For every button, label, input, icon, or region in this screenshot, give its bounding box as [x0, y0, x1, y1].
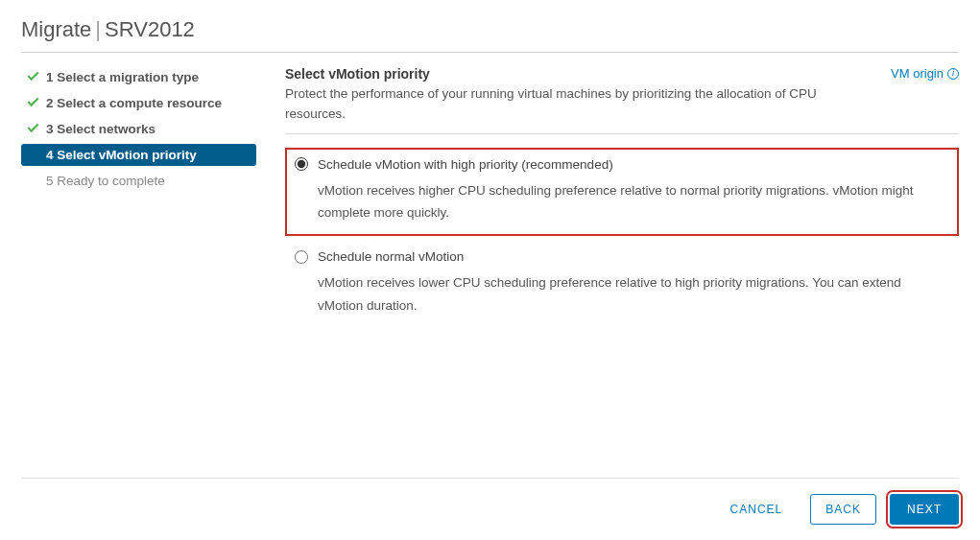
- option-high-priority[interactable]: Schedule vMotion with high priority (rec…: [285, 148, 959, 236]
- vm-origin-link[interactable]: VM origin i: [891, 66, 959, 81]
- step-compute-resource[interactable]: 2 Select a compute resource: [21, 92, 256, 114]
- step-vmotion-priority[interactable]: 4 Select vMotion priority: [21, 144, 256, 166]
- option-description: vMotion receives higher CPU scheduling p…: [318, 179, 949, 224]
- step-label: 2 Select a compute resource: [46, 96, 222, 110]
- step-label: 4 Select vMotion priority: [46, 148, 197, 162]
- next-button[interactable]: NEXT: [890, 494, 959, 525]
- radio-normal-priority[interactable]: [295, 250, 308, 264]
- step-ready-to-complete: 5 Ready to complete: [21, 170, 256, 192]
- option-label: Schedule vMotion with high priority (rec…: [318, 157, 613, 172]
- wizard-target: SRV2012: [105, 17, 195, 41]
- title-divider: |: [91, 17, 105, 41]
- step-label: 5 Ready to complete: [46, 174, 165, 188]
- step-migration-type[interactable]: 1 Select a migration type: [21, 66, 256, 88]
- wizard-sidebar: 1 Select a migration type 2 Select a com…: [21, 66, 256, 478]
- page-title: Select vMotion priority: [285, 66, 862, 82]
- radio-high-priority[interactable]: [295, 157, 308, 171]
- wizard-footer: CANCEL BACK NEXT: [21, 478, 959, 540]
- step-label: 3 Select networks: [46, 122, 155, 136]
- info-icon: i: [947, 68, 959, 80]
- wizard-header: Migrate|SRV2012: [21, 17, 959, 53]
- step-label: 1 Select a migration type: [46, 70, 199, 84]
- option-description: vMotion receives lower CPU scheduling pr…: [318, 271, 949, 317]
- cancel-button[interactable]: CANCEL: [716, 495, 798, 524]
- option-normal-priority[interactable]: Schedule normal vMotion vMotion receives…: [285, 240, 959, 328]
- wizard-name: Migrate: [21, 17, 91, 41]
- back-button[interactable]: BACK: [810, 494, 876, 525]
- vm-origin-text: VM origin: [891, 66, 944, 81]
- option-label: Schedule normal vMotion: [318, 249, 464, 264]
- step-select-networks[interactable]: 3 Select networks: [21, 118, 256, 140]
- page-subtitle: Protect the performance of your running …: [285, 84, 862, 125]
- wizard-main: Select vMotion priority Protect the perf…: [256, 66, 959, 478]
